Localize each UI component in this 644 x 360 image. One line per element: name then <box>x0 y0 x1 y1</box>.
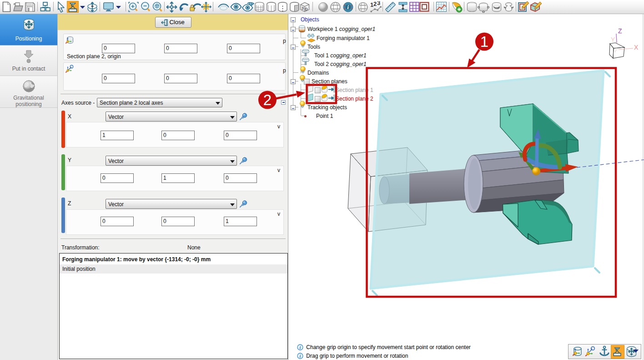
svg-text:3: 3 <box>302 6 304 10</box>
svg-text:i: i <box>299 354 301 359</box>
svg-text:D: D <box>305 7 308 11</box>
svg-text:i: i <box>299 345 301 350</box>
svg-text:3: 3 <box>377 1 380 6</box>
svg-text:2: 2 <box>373 1 377 7</box>
